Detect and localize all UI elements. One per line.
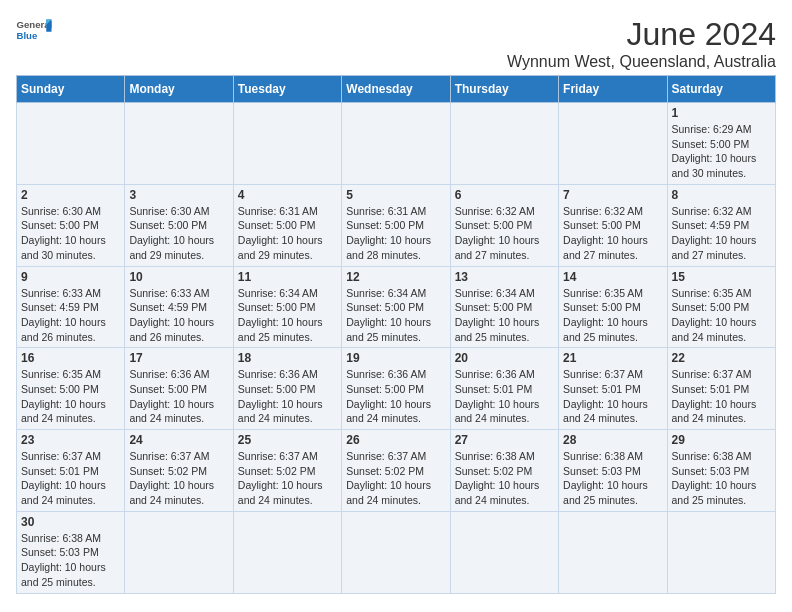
calendar-cell (559, 103, 667, 185)
weekday-header-wednesday: Wednesday (342, 76, 450, 103)
weekday-header-monday: Monday (125, 76, 233, 103)
day-number: 17 (129, 351, 228, 365)
day-number: 8 (672, 188, 771, 202)
day-info: Sunrise: 6:35 AM Sunset: 5:00 PM Dayligh… (563, 286, 662, 345)
day-number: 28 (563, 433, 662, 447)
header: General Blue June 2024 Wynnum West, Quee… (16, 16, 776, 71)
weekday-header-friday: Friday (559, 76, 667, 103)
svg-text:Blue: Blue (17, 30, 38, 41)
calendar-cell: 30Sunrise: 6:38 AM Sunset: 5:03 PM Dayli… (17, 511, 125, 593)
calendar-cell (450, 511, 558, 593)
location-title: Wynnum West, Queensland, Australia (507, 53, 776, 71)
day-number: 30 (21, 515, 120, 529)
day-number: 4 (238, 188, 337, 202)
calendar-cell: 28Sunrise: 6:38 AM Sunset: 5:03 PM Dayli… (559, 430, 667, 512)
calendar-cell: 17Sunrise: 6:36 AM Sunset: 5:00 PM Dayli… (125, 348, 233, 430)
calendar-cell (125, 103, 233, 185)
day-number: 13 (455, 270, 554, 284)
calendar-cell: 13Sunrise: 6:34 AM Sunset: 5:00 PM Dayli… (450, 266, 558, 348)
day-info: Sunrise: 6:37 AM Sunset: 5:02 PM Dayligh… (346, 449, 445, 508)
day-number: 10 (129, 270, 228, 284)
week-row-5: 23Sunrise: 6:37 AM Sunset: 5:01 PM Dayli… (17, 430, 776, 512)
day-number: 7 (563, 188, 662, 202)
day-info: Sunrise: 6:37 AM Sunset: 5:01 PM Dayligh… (563, 367, 662, 426)
day-number: 22 (672, 351, 771, 365)
calendar-cell (559, 511, 667, 593)
calendar-cell: 21Sunrise: 6:37 AM Sunset: 5:01 PM Dayli… (559, 348, 667, 430)
calendar-cell: 10Sunrise: 6:33 AM Sunset: 4:59 PM Dayli… (125, 266, 233, 348)
day-number: 5 (346, 188, 445, 202)
day-number: 2 (21, 188, 120, 202)
weekday-header-thursday: Thursday (450, 76, 558, 103)
calendar-cell (233, 511, 341, 593)
calendar-cell: 1Sunrise: 6:29 AM Sunset: 5:00 PM Daylig… (667, 103, 775, 185)
calendar-cell: 20Sunrise: 6:36 AM Sunset: 5:01 PM Dayli… (450, 348, 558, 430)
calendar-cell: 27Sunrise: 6:38 AM Sunset: 5:02 PM Dayli… (450, 430, 558, 512)
calendar-cell: 2Sunrise: 6:30 AM Sunset: 5:00 PM Daylig… (17, 184, 125, 266)
day-info: Sunrise: 6:31 AM Sunset: 5:00 PM Dayligh… (238, 204, 337, 263)
day-info: Sunrise: 6:33 AM Sunset: 4:59 PM Dayligh… (129, 286, 228, 345)
month-title: June 2024 (507, 16, 776, 53)
day-number: 23 (21, 433, 120, 447)
day-info: Sunrise: 6:37 AM Sunset: 5:01 PM Dayligh… (672, 367, 771, 426)
calendar-cell (233, 103, 341, 185)
calendar-cell: 7Sunrise: 6:32 AM Sunset: 5:00 PM Daylig… (559, 184, 667, 266)
day-info: Sunrise: 6:34 AM Sunset: 5:00 PM Dayligh… (346, 286, 445, 345)
calendar-cell: 3Sunrise: 6:30 AM Sunset: 5:00 PM Daylig… (125, 184, 233, 266)
day-number: 18 (238, 351, 337, 365)
day-number: 6 (455, 188, 554, 202)
calendar-cell (667, 511, 775, 593)
calendar-cell: 14Sunrise: 6:35 AM Sunset: 5:00 PM Dayli… (559, 266, 667, 348)
day-number: 19 (346, 351, 445, 365)
day-number: 29 (672, 433, 771, 447)
week-row-3: 9Sunrise: 6:33 AM Sunset: 4:59 PM Daylig… (17, 266, 776, 348)
day-info: Sunrise: 6:38 AM Sunset: 5:03 PM Dayligh… (563, 449, 662, 508)
calendar-cell: 15Sunrise: 6:35 AM Sunset: 5:00 PM Dayli… (667, 266, 775, 348)
calendar-cell: 12Sunrise: 6:34 AM Sunset: 5:00 PM Dayli… (342, 266, 450, 348)
day-info: Sunrise: 6:38 AM Sunset: 5:03 PM Dayligh… (672, 449, 771, 508)
day-number: 15 (672, 270, 771, 284)
calendar-cell: 8Sunrise: 6:32 AM Sunset: 4:59 PM Daylig… (667, 184, 775, 266)
calendar-cell (125, 511, 233, 593)
day-number: 14 (563, 270, 662, 284)
day-number: 27 (455, 433, 554, 447)
day-info: Sunrise: 6:36 AM Sunset: 5:01 PM Dayligh… (455, 367, 554, 426)
calendar-cell: 22Sunrise: 6:37 AM Sunset: 5:01 PM Dayli… (667, 348, 775, 430)
day-number: 12 (346, 270, 445, 284)
day-number: 9 (21, 270, 120, 284)
calendar-cell: 4Sunrise: 6:31 AM Sunset: 5:00 PM Daylig… (233, 184, 341, 266)
calendar-cell (342, 511, 450, 593)
week-row-4: 16Sunrise: 6:35 AM Sunset: 5:00 PM Dayli… (17, 348, 776, 430)
day-info: Sunrise: 6:35 AM Sunset: 5:00 PM Dayligh… (672, 286, 771, 345)
day-info: Sunrise: 6:34 AM Sunset: 5:00 PM Dayligh… (455, 286, 554, 345)
day-info: Sunrise: 6:38 AM Sunset: 5:02 PM Dayligh… (455, 449, 554, 508)
day-number: 20 (455, 351, 554, 365)
calendar-cell: 11Sunrise: 6:34 AM Sunset: 5:00 PM Dayli… (233, 266, 341, 348)
title-area: June 2024 Wynnum West, Queensland, Austr… (507, 16, 776, 71)
calendar-cell: 5Sunrise: 6:31 AM Sunset: 5:00 PM Daylig… (342, 184, 450, 266)
weekday-header-tuesday: Tuesday (233, 76, 341, 103)
calendar-cell: 16Sunrise: 6:35 AM Sunset: 5:00 PM Dayli… (17, 348, 125, 430)
day-number: 1 (672, 106, 771, 120)
calendar-cell (17, 103, 125, 185)
day-info: Sunrise: 6:32 AM Sunset: 5:00 PM Dayligh… (563, 204, 662, 263)
day-info: Sunrise: 6:32 AM Sunset: 4:59 PM Dayligh… (672, 204, 771, 263)
day-number: 26 (346, 433, 445, 447)
day-info: Sunrise: 6:30 AM Sunset: 5:00 PM Dayligh… (129, 204, 228, 263)
day-number: 16 (21, 351, 120, 365)
day-number: 24 (129, 433, 228, 447)
day-info: Sunrise: 6:31 AM Sunset: 5:00 PM Dayligh… (346, 204, 445, 263)
day-info: Sunrise: 6:29 AM Sunset: 5:00 PM Dayligh… (672, 122, 771, 181)
day-info: Sunrise: 6:34 AM Sunset: 5:00 PM Dayligh… (238, 286, 337, 345)
week-row-2: 2Sunrise: 6:30 AM Sunset: 5:00 PM Daylig… (17, 184, 776, 266)
calendar-cell: 26Sunrise: 6:37 AM Sunset: 5:02 PM Dayli… (342, 430, 450, 512)
day-number: 25 (238, 433, 337, 447)
day-info: Sunrise: 6:32 AM Sunset: 5:00 PM Dayligh… (455, 204, 554, 263)
calendar-cell: 18Sunrise: 6:36 AM Sunset: 5:00 PM Dayli… (233, 348, 341, 430)
day-number: 21 (563, 351, 662, 365)
calendar-cell: 25Sunrise: 6:37 AM Sunset: 5:02 PM Dayli… (233, 430, 341, 512)
day-info: Sunrise: 6:30 AM Sunset: 5:00 PM Dayligh… (21, 204, 120, 263)
day-number: 3 (129, 188, 228, 202)
calendar-cell: 19Sunrise: 6:36 AM Sunset: 5:00 PM Dayli… (342, 348, 450, 430)
calendar-table: SundayMondayTuesdayWednesdayThursdayFrid… (16, 75, 776, 594)
